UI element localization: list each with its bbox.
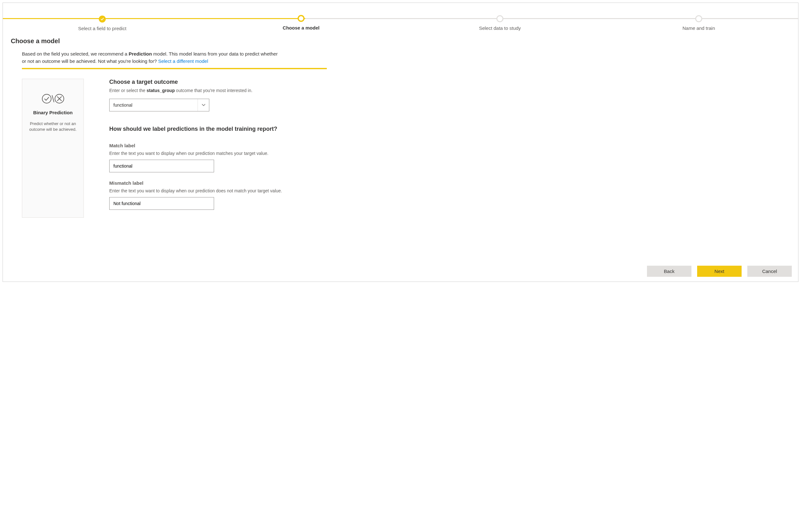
label-section-title: How should we label predictions in the m…: [109, 126, 332, 132]
combo-value: functional: [110, 102, 198, 108]
footer: Back Next Cancel: [3, 262, 798, 282]
content-area: Choose a model Based on the field you se…: [3, 34, 798, 262]
step-circle-icon: [695, 15, 702, 22]
match-label-heading: Match label: [109, 143, 332, 148]
match-label-input[interactable]: [109, 160, 214, 172]
mismatch-label-input[interactable]: [109, 197, 214, 210]
step-select-field[interactable]: Select a field to predict: [3, 12, 202, 31]
mismatch-label-heading: Mismatch label: [109, 180, 332, 186]
step-circle-icon: [497, 15, 503, 22]
wizard-container: Select a field to predict Choose a model…: [2, 2, 799, 282]
back-button[interactable]: Back: [647, 266, 691, 277]
step-circle-icon: [298, 15, 304, 22]
desc-prefix: Enter or select the: [109, 88, 147, 93]
target-outcome-title: Choose a target outcome: [109, 79, 332, 86]
step-choose-model[interactable]: Choose a model: [202, 12, 400, 31]
checkmark-icon: [99, 16, 106, 22]
page-title: Choose a model: [11, 37, 790, 45]
intro-block: Based on the field you selected, we reco…: [11, 51, 790, 65]
form-area: Choose a target outcome Enter or select …: [109, 79, 332, 218]
binary-prediction-card[interactable]: Binary Prediction Predict whether or not…: [22, 79, 84, 218]
desc-suffix: outcome that you're most interested in.: [175, 88, 253, 93]
svg-point-0: [42, 94, 51, 103]
yellow-divider: [22, 68, 327, 69]
model-card-title: Binary Prediction: [27, 110, 79, 115]
model-card-desc: Predict whether or not an outcome will b…: [27, 121, 79, 132]
intro-text: Based on the field you selected, we reco…: [22, 51, 282, 65]
desc-bold: status_group: [147, 88, 175, 93]
intro-bold: Prediction: [129, 51, 152, 57]
match-label-desc: Enter the text you want to display when …: [109, 151, 332, 156]
intro-prefix: Based on the field you selected, we reco…: [22, 51, 129, 57]
cancel-button[interactable]: Cancel: [747, 266, 792, 277]
chevron-down-icon[interactable]: [198, 99, 209, 111]
select-different-model-link[interactable]: Select a different model: [158, 58, 208, 64]
step-select-data[interactable]: Select data to study: [400, 12, 599, 31]
target-outcome-desc: Enter or select the status_group outcome…: [109, 88, 332, 93]
main-row: Binary Prediction Predict whether or not…: [11, 79, 790, 218]
step-name-train[interactable]: Name and train: [599, 12, 798, 31]
wizard-stepper: Select a field to predict Choose a model…: [3, 3, 798, 34]
step-label: Choose a model: [202, 25, 400, 31]
step-label: Select a field to predict: [3, 26, 202, 31]
next-button[interactable]: Next: [697, 266, 742, 277]
binary-prediction-icon: [27, 93, 79, 105]
step-label: Select data to study: [400, 25, 599, 31]
mismatch-label-desc: Enter the text you want to display when …: [109, 188, 332, 193]
target-outcome-select[interactable]: functional: [109, 99, 209, 111]
step-label: Name and train: [599, 25, 798, 31]
